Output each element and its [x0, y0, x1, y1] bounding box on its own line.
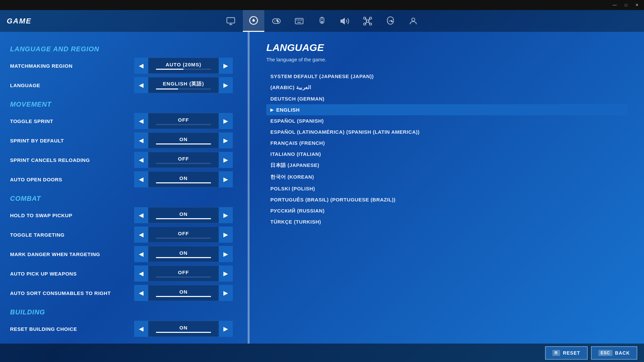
back-button[interactable]: ESC BACK	[591, 346, 637, 360]
tabs-container	[220, 10, 424, 32]
language-item-label-italiano: ITALIANO (ITALIAN)	[270, 151, 321, 157]
reset-key-badge: R	[552, 350, 560, 356]
tab-network[interactable]	[357, 10, 378, 32]
language-item-deutsch[interactable]: DEUTSCH (GERMAN)	[266, 93, 627, 104]
setting-arrow-left-toggle-sprint[interactable]: ◀	[134, 113, 148, 129]
setting-arrow-right-auto-sort-consumables[interactable]: ▶	[219, 285, 233, 301]
setting-row-sprint-cancels-reloading: SPRINT CANCELS RELOADING◀OFF▶	[10, 151, 237, 169]
section-header-language-region: LANGUAGE AND REGION	[10, 45, 237, 53]
tab-game[interactable]	[243, 10, 264, 32]
setting-value-mark-danger-when-targeting: ON	[148, 246, 219, 262]
setting-value-text-sprint-by-default: ON	[179, 136, 188, 142]
setting-control-matchmaking-region: ◀AUTO (20MS)▶	[134, 58, 233, 74]
setting-value-text-sprint-cancels-reloading: OFF	[178, 156, 189, 162]
setting-arrow-right-reset-building-choice[interactable]: ▶	[219, 321, 233, 337]
tab-audio[interactable]	[334, 10, 356, 32]
language-item-label-russian: РУССКИЙ (RUSSIAN)	[270, 208, 325, 214]
setting-value-bar-matchmaking-region	[156, 69, 211, 70]
setting-value-bar-language	[156, 88, 211, 89]
setting-arrow-left-reset-building-choice[interactable]: ◀	[134, 321, 148, 337]
setting-arrow-left-mark-danger-when-targeting[interactable]: ◀	[134, 246, 148, 262]
language-item-russian[interactable]: РУССКИЙ (RUSSIAN)	[266, 205, 627, 216]
setting-arrow-right-sprint-cancels-reloading[interactable]: ▶	[219, 152, 233, 168]
tab-controller[interactable]	[266, 10, 287, 32]
language-item-francais[interactable]: FRANÇAIS (FRENCH)	[266, 137, 627, 148]
setting-arrow-left-hold-to-swap-pickup[interactable]: ◀	[134, 207, 148, 223]
language-item-portugues[interactable]: PORTUGUÊS (BRASIL) (PORTUGUESE (BRAZIL))	[266, 194, 627, 205]
tab-account[interactable]	[402, 10, 424, 32]
tab-display[interactable]	[220, 10, 241, 32]
app-container: GAME	[0, 10, 644, 362]
maximize-button[interactable]: □	[623, 2, 629, 8]
setting-arrow-left-auto-pick-up-weapons[interactable]: ◀	[134, 265, 148, 282]
setting-arrow-left-sprint-by-default[interactable]: ◀	[134, 132, 148, 148]
bottom-bar: R RESET ESC BACK	[0, 344, 644, 362]
info-title: LANGUAGE	[266, 42, 627, 53]
setting-arrow-left-auto-sort-consumables[interactable]: ◀	[134, 285, 148, 301]
setting-value-bar-auto-sort-consumables	[156, 296, 211, 297]
setting-arrow-right-sprint-by-default[interactable]: ▶	[219, 132, 233, 148]
language-item-italiano[interactable]: ITALIANO (ITALIAN)	[266, 148, 627, 160]
setting-arrow-left-toggle-targeting[interactable]: ◀	[134, 227, 148, 243]
setting-arrow-right-auto-pick-up-weapons[interactable]: ▶	[219, 265, 233, 282]
setting-arrow-right-language[interactable]: ▶	[219, 77, 233, 93]
setting-label-auto-open-doors: AUTO OPEN DOORS	[10, 177, 134, 182]
language-item-english[interactable]: ▶ENGLISH	[266, 104, 627, 115]
setting-control-sprint-cancels-reloading: ◀OFF▶	[134, 152, 233, 168]
setting-arrow-right-toggle-targeting[interactable]: ▶	[219, 227, 233, 243]
setting-value-sprint-cancels-reloading: OFF	[148, 152, 219, 168]
setting-arrow-right-auto-open-doors[interactable]: ▶	[219, 171, 233, 187]
minimize-button[interactable]: —	[611, 2, 619, 8]
setting-label-sprint-by-default: SPRINT BY DEFAULT	[10, 138, 134, 143]
setting-value-auto-sort-consumables: ON	[148, 285, 219, 301]
setting-arrow-right-toggle-sprint[interactable]: ▶	[219, 113, 233, 129]
language-item-korean[interactable]: 한국어 (KOREAN)	[266, 171, 627, 183]
language-item-espanol-spain[interactable]: ESPAÑOL (SPANISH)	[266, 115, 627, 126]
setting-value-bar-fill-matchmaking-region	[156, 69, 183, 70]
language-item-system-default[interactable]: SYSTEM DEFAULT (JAPANESE (JAPAN))	[266, 71, 627, 82]
setting-arrow-left-language[interactable]: ◀	[134, 77, 148, 93]
language-item-label-turkish: TÜRKÇE (TURKISH)	[270, 219, 321, 225]
setting-value-hold-to-swap-pickup: ON	[148, 207, 219, 223]
tab-keyboard[interactable]	[288, 10, 310, 32]
section-header-movement: MOVEMENT	[10, 101, 237, 108]
svg-rect-22	[364, 17, 366, 19]
language-item-turkish[interactable]: TÜRKÇE (TURKISH)	[266, 216, 627, 227]
language-item-espanol-latam[interactable]: ESPAÑOL (LATINOAMÉRICA) (SPANISH (LATIN …	[266, 126, 627, 137]
setting-arrow-left-auto-open-doors[interactable]: ◀	[134, 171, 148, 187]
setting-row-hold-to-swap-pickup: HOLD TO SWAP PICKUP◀ON▶	[10, 206, 237, 224]
setting-row-auto-pick-up-weapons: AUTO PICK UP WEAPONS◀OFF▶	[10, 265, 237, 282]
setting-value-bar-fill-mark-danger-when-targeting	[156, 257, 211, 258]
setting-arrow-left-matchmaking-region[interactable]: ◀	[134, 58, 148, 74]
setting-row-sprint-by-default: SPRINT BY DEFAULT◀ON▶	[10, 132, 237, 149]
svg-rect-24	[364, 23, 366, 25]
setting-arrow-right-matchmaking-region[interactable]: ▶	[219, 58, 233, 74]
tab-gamepad[interactable]	[380, 10, 401, 32]
language-item-label-espanol-latam: ESPAÑOL (LATINOAMÉRICA) (SPANISH (LATIN …	[270, 129, 420, 135]
language-item-arabic[interactable]: (ARABIC) العربية	[266, 82, 627, 93]
svg-marker-20	[341, 18, 344, 23]
setting-arrow-left-sprint-cancels-reloading[interactable]: ◀	[134, 152, 148, 168]
setting-arrow-right-hold-to-swap-pickup[interactable]: ▶	[219, 207, 233, 223]
language-item-japanese[interactable]: 日本語 (JAPANESE)	[266, 160, 627, 171]
setting-value-bar-fill-auto-sort-consumables	[156, 296, 211, 297]
reset-button[interactable]: R RESET	[545, 346, 588, 360]
setting-value-language: ENGLISH (英語)	[148, 77, 219, 93]
page-title: GAME	[7, 17, 32, 25]
setting-control-auto-open-doors: ◀ON▶	[134, 171, 233, 187]
close-button[interactable]: ✕	[633, 2, 641, 8]
setting-value-text-hold-to-swap-pickup: ON	[179, 211, 188, 217]
setting-arrow-right-mark-danger-when-targeting[interactable]: ▶	[219, 246, 233, 262]
tab-mouse[interactable]	[311, 10, 333, 32]
setting-value-bar-fill-language	[156, 88, 178, 89]
setting-value-toggle-targeting: OFF	[148, 227, 219, 243]
language-item-polski[interactable]: POLSKI (POLISH)	[266, 183, 627, 194]
svg-point-33	[392, 21, 392, 22]
setting-value-text-language: ENGLISH (英語)	[163, 81, 204, 87]
svg-line-28	[366, 21, 366, 24]
setting-value-bar-sprint-by-default	[156, 143, 211, 144]
svg-rect-25	[370, 23, 372, 25]
language-item-label-portugues: PORTUGUÊS (BRASIL) (PORTUGUESE (BRAZIL))	[270, 197, 395, 202]
setting-value-matchmaking-region: AUTO (20MS)	[148, 58, 219, 74]
setting-label-auto-pick-up-weapons: AUTO PICK UP WEAPONS	[10, 271, 134, 277]
